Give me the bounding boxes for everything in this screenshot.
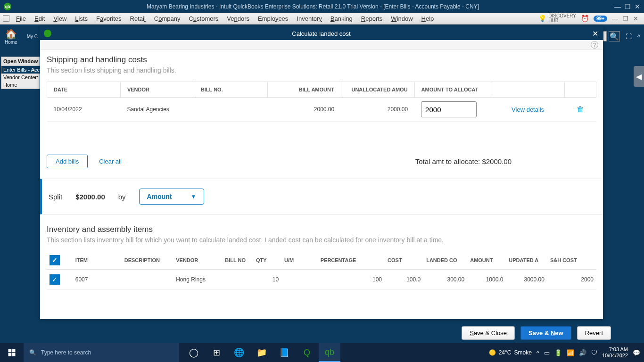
svg-rect-0 <box>8 349 12 353</box>
menu-lists[interactable]: Lists <box>71 14 91 24</box>
taskbar: 🔍 Type here to search ◯ ⊞ 🌐 📁 📘 Q qb 🟡 2… <box>0 343 644 362</box>
inner-restore-icon[interactable]: ❐ <box>623 15 628 22</box>
icol-amount: AMOUNT <box>467 251 506 270</box>
trash-icon[interactable]: 🗑 <box>577 105 584 113</box>
home-button[interactable]: 🏠 Home <box>5 28 17 45</box>
cell-date: 10/04/2022 <box>47 98 121 122</box>
col-delete <box>565 82 596 98</box>
tray-chevron-icon[interactable]: ^ <box>537 349 539 356</box>
modal-help-bar: ? <box>40 40 603 49</box>
open-windows-panel: Open Window Enter Bills - Acc Vendor Cen… <box>1 57 40 89</box>
menu-file[interactable]: File <box>12 14 30 24</box>
my-company-button[interactable]: My C <box>27 34 38 39</box>
icol-cost: COST <box>385 251 423 270</box>
menu-company[interactable]: Company <box>150 14 184 24</box>
tray-onedrive-icon[interactable]: ▭ <box>544 349 550 356</box>
icell-um <box>281 270 318 290</box>
tray-volume-icon[interactable]: 🔊 <box>579 349 586 356</box>
icol-updated: UPDATED A <box>506 251 547 270</box>
restore-icon[interactable]: ❐ <box>625 3 631 10</box>
icol-um: U/M <box>281 251 318 270</box>
select-all-checkbox[interactable]: ✓ <box>50 255 60 265</box>
view-details-link[interactable]: View details <box>512 106 544 113</box>
split-method-dropdown[interactable]: Amount ▼ <box>139 189 205 205</box>
qb-logo-icon: qb <box>4 3 11 10</box>
dock-item-vendor-center[interactable]: Vendor Center: <box>1 74 40 81</box>
minimize-icon[interactable]: — <box>614 3 621 10</box>
inventory-row: ✓ 6007 Hong Rings 10 100 100.0 300.00 10… <box>47 270 596 290</box>
dock-title: Open Window <box>1 57 40 66</box>
dock-item-enter-bills[interactable]: Enter Bills - Acc <box>1 66 40 74</box>
icell-desc <box>122 270 173 290</box>
shipping-section-title: Shipping and handling costs <box>47 55 596 65</box>
menu-employees[interactable]: Employees <box>254 14 292 24</box>
svg-rect-2 <box>8 353 12 356</box>
tray-lang-icon[interactable]: 🛡 <box>591 349 597 356</box>
inner-close-icon[interactable]: ✕ <box>633 15 638 22</box>
save-close-button[interactable]: SSave & Closeave & Close <box>462 326 515 340</box>
shipping-section-subtitle: This section lists shipping and handling… <box>47 66 596 74</box>
notifications-icon[interactable]: 💬 <box>633 349 640 356</box>
menu-vendors[interactable]: Vendors <box>223 14 253 24</box>
icol-billno: BILL NO <box>222 251 253 270</box>
menu-reports[interactable]: Reports <box>357 14 387 24</box>
qb-app-icon[interactable]: Q <box>296 343 318 362</box>
collapse-icon[interactable]: ^ <box>637 33 640 40</box>
cell-unallocated: 2000.00 <box>341 98 414 122</box>
menu-help[interactable]: Help <box>418 14 438 24</box>
explorer-icon[interactable]: 📁 <box>251 343 272 362</box>
qb-small-icon <box>44 30 51 37</box>
revert-button[interactable]: Revert <box>577 326 611 340</box>
menu-edit[interactable]: Edit <box>31 14 49 24</box>
task-view-icon[interactable]: ◯ <box>183 343 205 362</box>
cortana-icon[interactable]: ⊞ <box>206 343 227 362</box>
reminder-icon[interactable]: ⏰ <box>581 15 589 22</box>
menu-view[interactable]: View <box>50 14 70 24</box>
search-icon[interactable]: 🔍 <box>609 31 620 41</box>
menu-window[interactable]: Window <box>387 14 416 24</box>
help-icon[interactable]: ? <box>591 41 598 49</box>
inner-minimize-icon[interactable]: — <box>612 15 618 22</box>
col-bill-amount: BILL AMOUNT <box>267 82 341 98</box>
taskbar-search[interactable]: 🔍 Type here to search <box>24 343 179 362</box>
save-new-button[interactable]: Save & New <box>520 326 571 340</box>
dock-item-home[interactable]: Home <box>1 81 40 89</box>
modal-titlebar: Calculate landed cost ✕ <box>40 27 603 40</box>
split-method-value: Amount <box>147 193 172 200</box>
menu-customers[interactable]: Customers <box>185 14 222 24</box>
menu-favorites[interactable]: Favorites <box>92 14 125 24</box>
modal-close-icon[interactable]: ✕ <box>587 29 603 38</box>
cell-allocate <box>414 98 491 122</box>
taskbar-clock[interactable]: 7:03 AM 10/04/2022 <box>602 346 628 359</box>
notepad-icon[interactable]: 📘 <box>273 343 295 362</box>
bulb-icon: 💡 <box>538 15 546 22</box>
col-actions <box>491 82 565 98</box>
chrome-icon[interactable]: 🌐 <box>228 343 250 362</box>
icell-amount: 1000.0 <box>467 270 506 290</box>
icell-updated: 3000.00 <box>506 270 547 290</box>
tray-battery-icon[interactable]: 🔋 <box>554 349 562 356</box>
icol-landed: LANDED CO <box>423 251 467 270</box>
notification-badge[interactable]: 99+ <box>594 16 607 22</box>
tray-wifi-icon[interactable]: 📶 <box>567 349 574 356</box>
windows-icon <box>8 348 16 357</box>
inventory-table: ✓ ITEM DESCRIPTION VENDOR BILL NO QTY U/… <box>47 251 596 290</box>
close-icon[interactable]: ✕ <box>635 3 640 10</box>
allocate-input[interactable] <box>421 101 477 117</box>
start-button[interactable] <box>0 343 24 362</box>
row-checkbox[interactable]: ✓ <box>50 274 60 285</box>
icol-pct: PERCENTAGE <box>318 251 385 270</box>
add-bills-button[interactable]: Add bills <box>47 155 88 168</box>
menu-retail[interactable]: Retail <box>126 14 149 24</box>
cell-bill-amount: 2000.00 <box>267 98 341 122</box>
menu-banking[interactable]: Banking <box>327 14 356 24</box>
clear-all-link[interactable]: Clear all <box>99 158 122 165</box>
menu-inventory[interactable]: Inventory <box>293 14 325 24</box>
right-panel-tab[interactable]: ◀ <box>634 66 644 87</box>
file-icon <box>3 15 9 22</box>
weather-widget[interactable]: 🟡 24°C Smoke <box>489 349 532 356</box>
expand-icon[interactable]: ⛶ <box>626 33 632 40</box>
discovery-hub[interactable]: 💡 DISCOVERYHUB <box>538 14 576 23</box>
qb-active-icon[interactable]: qb <box>319 343 340 362</box>
svg-rect-3 <box>12 353 16 356</box>
